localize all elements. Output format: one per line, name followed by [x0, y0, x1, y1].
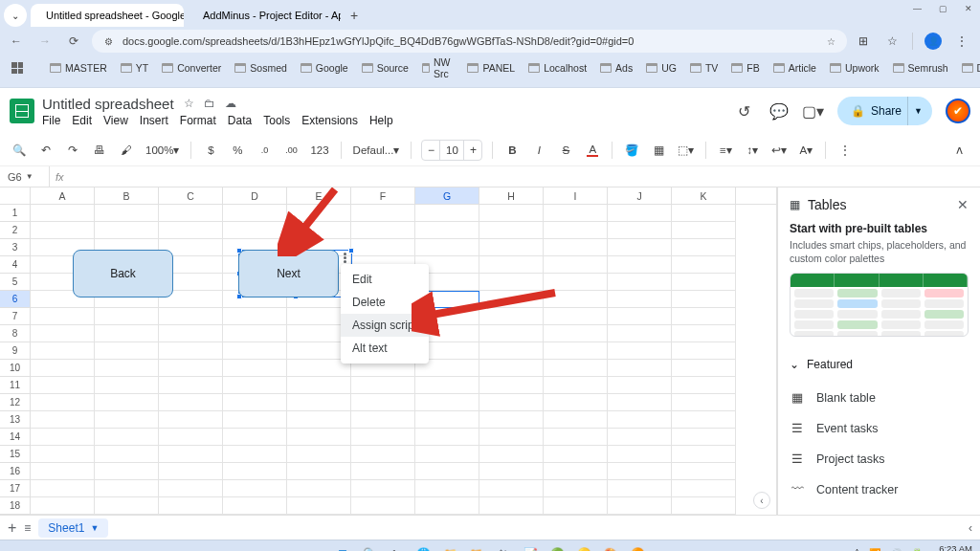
chrome2-icon[interactable]: 🟠	[628, 544, 647, 552]
bookmark-item[interactable]: Semrush	[887, 55, 954, 81]
account-avatar[interactable]: ✔	[946, 99, 970, 123]
col-header-G[interactable]: G	[415, 187, 479, 204]
redo-icon[interactable]: ↷	[63, 139, 82, 162]
bookmark-item[interactable]: Upwork	[824, 55, 885, 81]
row-header[interactable]: 6	[0, 291, 31, 308]
bookmark-item[interactable]: Sosmed	[229, 55, 293, 81]
row-header[interactable]: 8	[0, 325, 31, 342]
decrease-decimal-button[interactable]: .0	[255, 139, 274, 162]
app-icon[interactable]: 🟡	[574, 544, 593, 552]
toolbar-collapse-icon[interactable]: ʌ	[949, 139, 969, 162]
template-content-tracker[interactable]: 〰Content tracker	[790, 474, 969, 505]
menu-data[interactable]: Data	[228, 114, 252, 127]
add-sheet-button[interactable]: +	[8, 519, 16, 537]
bookmark-item[interactable]: NW Src	[416, 55, 460, 81]
share-dropdown-icon[interactable]: ▼	[907, 97, 928, 125]
bookmark-item[interactable]: PANEL	[461, 55, 521, 81]
row-header[interactable]: 9	[0, 342, 31, 360]
select-all-corner[interactable]	[0, 187, 31, 204]
font-size-minus[interactable]: −	[422, 143, 439, 157]
drawing-options-icon[interactable]	[340, 253, 349, 263]
zoom-select[interactable]: 100% ▾	[144, 139, 181, 162]
col-header-K[interactable]: K	[672, 187, 736, 204]
row-header[interactable]: 4	[0, 256, 31, 274]
chrome-menu-icon[interactable]: ⋮	[953, 33, 970, 50]
menu-item-edit[interactable]: Edit	[341, 268, 429, 291]
row-header[interactable]: 14	[0, 429, 31, 446]
sidepanel-close-icon[interactable]: ✕	[957, 197, 969, 212]
bookmark-item[interactable]: Converter	[156, 55, 227, 81]
row-header[interactable]: 17	[0, 480, 31, 497]
row-header[interactable]: 18	[0, 497, 31, 515]
comments-icon[interactable]: 💬	[768, 100, 790, 121]
font-size-plus[interactable]: +	[464, 143, 481, 157]
fill-handle[interactable]	[477, 305, 481, 310]
row-header[interactable]: 13	[0, 411, 31, 429]
menu-file[interactable]: File	[42, 114, 60, 127]
template-project-tasks[interactable]: ☰Project tasks	[790, 444, 969, 474]
wrap-button[interactable]: ↩▾	[769, 139, 789, 162]
store-icon[interactable]: 🛍	[494, 544, 513, 552]
format-123-button[interactable]: 123	[308, 139, 330, 162]
sheets-logo-icon[interactable]	[10, 99, 34, 123]
bookmark-item[interactable]: Ads	[594, 55, 638, 81]
percent-button[interactable]: %	[228, 139, 247, 162]
history-icon[interactable]: ↺	[734, 100, 755, 121]
align-button[interactable]: ≡▾	[716, 139, 735, 162]
rotate-button[interactable]: A▾	[796, 139, 815, 162]
bookmark-item[interactable]: Source	[356, 55, 414, 81]
menu-view[interactable]: View	[103, 114, 128, 127]
strikethrough-button[interactable]: S	[556, 139, 575, 162]
move-doc-icon[interactable]: 🗀	[204, 97, 215, 110]
bookmark-item[interactable]: Article	[768, 55, 822, 81]
share-button[interactable]: 🔒 Share ▼	[837, 97, 932, 125]
col-header-F[interactable]: F	[351, 187, 415, 204]
bookmark-item[interactable]: Google	[295, 55, 354, 81]
reload-button[interactable]: ⟳	[63, 31, 84, 52]
back-button[interactable]: ←	[6, 31, 27, 52]
menu-insert[interactable]: Insert	[140, 114, 168, 127]
app2-icon[interactable]: 🎨	[601, 544, 620, 552]
bookmark-item[interactable]: FB	[725, 55, 765, 81]
taskbar-search-icon[interactable]: 🔍	[360, 544, 379, 552]
row-header[interactable]: 3	[0, 239, 31, 256]
menu-tools[interactable]: Tools	[263, 114, 290, 127]
star-doc-icon[interactable]: ☆	[184, 97, 194, 110]
bookmark-item[interactable]: MASTER	[44, 55, 113, 81]
folder-icon[interactable]: 📂	[467, 544, 486, 552]
font-size-stepper[interactable]: − 10 +	[421, 140, 482, 161]
site-settings-icon[interactable]: ⚙	[101, 34, 115, 48]
bookmark-item[interactable]: YT	[115, 55, 154, 81]
undo-icon[interactable]: ↶	[36, 139, 56, 162]
bookmark-item[interactable]: UG	[640, 55, 682, 81]
row-header[interactable]: 7	[0, 308, 31, 325]
omnibox[interactable]: ⚙ docs.google.com/spreadsheets/d/1B3hHEp…	[92, 30, 847, 53]
sheet-tab-menu-icon[interactable]: ▼	[90, 523, 99, 533]
row-header[interactable]: 10	[0, 360, 31, 377]
tab-search-button[interactable]: ⌄	[4, 4, 27, 27]
row-header[interactable]: 1	[0, 205, 31, 222]
col-header-C[interactable]: C	[159, 187, 223, 204]
explore-button[interactable]: ‹	[753, 492, 770, 509]
menu-extensions[interactable]: Extensions	[301, 114, 358, 127]
start-button[interactable]: ⊞	[333, 544, 352, 552]
bookmark-item[interactable]: TV	[684, 55, 724, 81]
merge-button[interactable]: ⬚▾	[676, 139, 696, 162]
col-header-I[interactable]: I	[544, 187, 608, 204]
extensions-icon[interactable]: ⊞	[855, 33, 872, 50]
drawing-next-button[interactable]: Next	[238, 250, 339, 298]
toolbar-more-icon[interactable]: ⋮	[835, 139, 855, 162]
row-header[interactable]: 2	[0, 222, 31, 239]
valign-button[interactable]: ↕▾	[743, 139, 762, 162]
search-menus-icon[interactable]: 🔍	[10, 139, 29, 162]
name-box[interactable]: G6 ▼	[4, 166, 50, 187]
spreadsheet-grid[interactable]: ABCDEFGHIJK 1234567891011121314151617181…	[0, 187, 777, 515]
col-header-E[interactable]: E	[287, 187, 351, 204]
row-header[interactable]: 5	[0, 274, 31, 291]
explorer-icon[interactable]: 📁	[440, 544, 459, 552]
bold-button[interactable]: B	[502, 139, 522, 162]
drawing-back-button[interactable]: Back	[73, 250, 173, 298]
forward-button[interactable]: →	[34, 31, 56, 52]
bookmark-item[interactable]: Localhost	[523, 55, 592, 81]
col-header-H[interactable]: H	[479, 187, 544, 204]
